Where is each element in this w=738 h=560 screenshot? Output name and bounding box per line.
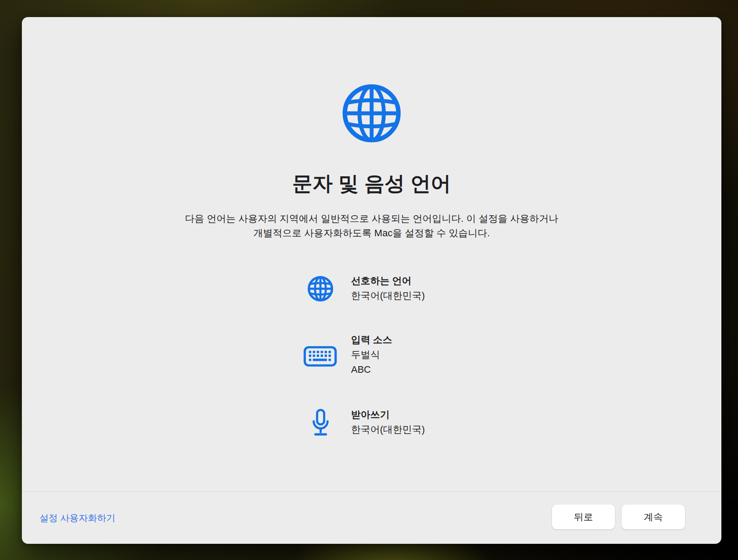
input-sources-row: 입력 소스 두벌식 ABC xyxy=(301,332,616,377)
dictation-label: 받아쓰기 xyxy=(351,407,616,422)
preferred-language-text: 선호하는 언어 한국어(대한민국) xyxy=(351,273,616,303)
input-sources-value-1: 두벌식 xyxy=(351,347,616,362)
globe-icon xyxy=(307,276,334,302)
input-sources-value-2: ABC xyxy=(351,362,616,377)
page-description: 다음 언어는 사용자의 지역에서 일반적으로 사용되는 언어입니다. 이 설정을… xyxy=(22,211,721,240)
dictation-row: 받아쓰기 한국어(대한민국) xyxy=(301,407,616,437)
preferred-language-row: 선호하는 언어 한국어(대한민국) xyxy=(301,273,616,303)
setup-assistant-window: 문자 및 음성 언어 다음 언어는 사용자의 지역에서 일반적으로 사용되는 언… xyxy=(22,17,721,544)
preferred-language-value: 한국어(대한민국) xyxy=(351,288,616,303)
preferred-language-label: 선호하는 언어 xyxy=(351,273,616,288)
description-line-1: 다음 언어는 사용자의 지역에서 일반적으로 사용되는 언어입니다. 이 설정을… xyxy=(22,211,721,226)
microphone-icon xyxy=(311,408,330,438)
globe-icon xyxy=(342,84,401,143)
input-sources-label: 입력 소스 xyxy=(351,332,616,347)
keyboard-icon xyxy=(303,346,337,367)
input-sources-text: 입력 소스 두벌식 ABC xyxy=(351,332,616,377)
dictation-value: 한국어(대한민국) xyxy=(351,422,616,437)
footer-bar: 설정 사용자화하기 뒤로 계속 xyxy=(22,491,721,544)
page-title: 문자 및 음성 언어 xyxy=(22,171,721,196)
dictation-text: 받아쓰기 한국어(대한민국) xyxy=(351,407,616,437)
back-button[interactable]: 뒤로 xyxy=(552,504,615,529)
description-line-2: 개별적으로 사용자화하도록 Mac을 설정할 수 있습니다. xyxy=(22,226,721,240)
continue-button[interactable]: 계속 xyxy=(622,504,685,529)
customize-settings-link[interactable]: 설정 사용자화하기 xyxy=(39,512,116,524)
desktop-background: 문자 및 음성 언어 다음 언어는 사용자의 지역에서 일반적으로 사용되는 언… xyxy=(0,0,738,560)
